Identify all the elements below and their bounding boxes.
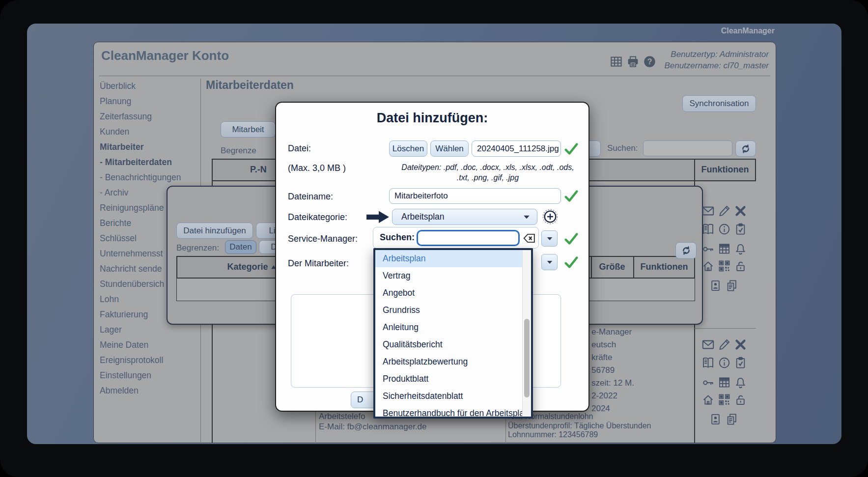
chevron-down-icon <box>522 212 532 222</box>
kategorie-select[interactable]: Arbeitsplan <box>392 209 537 225</box>
add-employee-button[interactable]: Mitarbeit <box>221 121 276 138</box>
dropdown-item-vertrag[interactable]: Vertrag <box>375 267 531 284</box>
dialog-limit-label: Begrenzen: <box>176 243 219 253</box>
dateiname-label: Dateiname: <box>288 192 333 202</box>
envelope-icon[interactable] <box>701 204 715 218</box>
refresh-button[interactable] <box>735 140 756 157</box>
dropdown-scrollbar[interactable] <box>522 250 531 417</box>
dateiname-input[interactable]: Mitarbeiterfoto <box>389 188 561 204</box>
check-icon <box>564 255 579 270</box>
sidebar-item-zeiterfassung[interactable]: Zeiterfassung <box>100 109 208 124</box>
pencil-icon[interactable] <box>718 338 731 351</box>
dialog-column-groesse[interactable]: Größe <box>591 262 633 272</box>
check-icon <box>564 231 579 246</box>
table-row-border <box>694 328 756 329</box>
dropdown-item-arbeitsplatzbewertung[interactable]: Arbeitsplatzbewertung <box>375 353 531 370</box>
table-view-icon[interactable] <box>610 55 623 68</box>
sidebar-item-mitarbeiter[interactable]: Mitarbeiter <box>100 140 208 155</box>
clipboard-icon[interactable] <box>734 223 747 236</box>
add-category-icon[interactable] <box>542 209 558 224</box>
kategorie-label: Dateikategorie: <box>288 212 347 223</box>
sidebar-item-kunden[interactable]: Kunden <box>100 124 208 140</box>
lock-icon[interactable] <box>734 393 747 406</box>
scrollbar-thumb[interactable] <box>524 319 530 397</box>
combobox-search-input[interactable] <box>417 230 520 246</box>
mitarbeiter-dropdown-button[interactable] <box>541 254 558 270</box>
employee-profile-fragment: e-Manager <box>591 327 632 337</box>
book-icon[interactable] <box>701 223 715 236</box>
dropdown-item-benutzerhandbuch-für-den-arbeitsplatz[interactable]: Benutzerhandbuch für den Arbeitsplatz <box>375 405 531 419</box>
sidebar-item-planung[interactable]: Planung <box>100 94 208 109</box>
user-type: Benutzertyp: Administrator <box>664 49 769 60</box>
idcard-icon[interactable] <box>709 279 722 292</box>
employee-email: E-Mail: fb@cleanmanager.de <box>319 422 426 432</box>
qr-icon[interactable] <box>718 259 731 273</box>
info-icon[interactable] <box>718 356 731 369</box>
screen: CleanManager CleanManager Konto Benutzer… <box>0 0 868 477</box>
pointer-arrow-icon <box>365 209 390 224</box>
home-icon[interactable] <box>701 259 715 273</box>
calc-icon[interactable] <box>718 242 731 255</box>
dialog-refresh-button[interactable] <box>675 242 697 259</box>
dropdown-item-arbeitsplan[interactable]: Arbeitsplan <box>375 250 531 267</box>
help-icon[interactable] <box>643 55 656 68</box>
dialog-toggle-daten[interactable]: Daten <box>225 240 256 254</box>
sync-button[interactable]: Synchronisation <box>682 95 756 112</box>
key-icon[interactable] <box>701 242 715 255</box>
kategorie-dropdown-list: ArbeitsplanVertragAngebotGrundrissAnleit… <box>373 248 533 419</box>
sidebar-item-abmelden[interactable]: Abmelden <box>100 383 208 398</box>
datei-label: Datei: <box>288 143 311 154</box>
dropdown-item-qualitätsbericht[interactable]: Qualitätsbericht <box>375 336 531 353</box>
dialog-column-funktionen: Funktionen <box>633 262 695 272</box>
pencil-icon[interactable] <box>718 204 731 218</box>
print-icon[interactable] <box>626 55 640 68</box>
max-size-label: (Max. 3,0 MB ) <box>288 163 346 173</box>
xmark-icon[interactable] <box>734 204 747 218</box>
home-icon[interactable] <box>701 393 715 406</box>
docs-icon[interactable] <box>725 413 738 426</box>
sidebar-item-ereignisprotokoll[interactable]: Ereignisprotokoll <box>100 353 208 368</box>
employee-profile-fragment: 2024 <box>591 404 610 414</box>
sidebar-item-einstellungen[interactable]: Einstellungen <box>100 368 208 383</box>
search-input[interactable] <box>643 140 732 156</box>
sidebar-item-überblick[interactable]: Überblick <box>100 79 208 94</box>
service-manager-dropdown-button[interactable] <box>541 230 558 247</box>
qr-icon[interactable] <box>718 393 731 406</box>
choose-file-button[interactable]: Wählen <box>430 140 469 157</box>
key-icon[interactable] <box>701 376 715 389</box>
employee-profile-fragment: kräfte <box>591 353 613 363</box>
section-heading: Mitarbeiterdaten <box>206 79 294 92</box>
info-icon[interactable] <box>718 223 731 236</box>
dropdown-item-sicherheitsdatenblatt[interactable]: Sicherheitsdatenblatt <box>375 388 531 405</box>
filename-display: 20240405_111258.jpg <box>472 140 561 157</box>
clipboard-icon[interactable] <box>734 356 747 369</box>
lock-icon[interactable] <box>734 259 747 273</box>
bell-icon[interactable] <box>734 242 747 255</box>
employee-profile-fragment: szeit: 12 M. <box>591 378 634 388</box>
header-divider <box>99 76 770 76</box>
dropdown-item-produktblatt[interactable]: Produktblatt <box>375 370 531 388</box>
filetypes-line1: Dateitypen: .pdf, .doc, .docx, .xls, .xl… <box>387 162 589 172</box>
xmark-icon[interactable] <box>734 338 747 351</box>
docs-icon[interactable] <box>725 279 738 292</box>
idcard-icon[interactable] <box>709 413 722 426</box>
book-icon[interactable] <box>701 356 715 369</box>
mitarbeiter-label: Der Mitarbeiter: <box>288 258 349 269</box>
limit-label: Begrenze <box>221 146 256 156</box>
sidebar-item-meine-daten[interactable]: Meine Daten <box>100 337 208 353</box>
clear-input-icon[interactable] <box>522 232 536 245</box>
sidebar-item-benachrichtigungen[interactable]: - Benachrichtigungen <box>100 170 208 185</box>
dropdown-items: ArbeitsplanVertragAngebotGrundrissAnleit… <box>375 250 531 419</box>
sidebar-item-mitarbeiterdaten[interactable]: - Mitarbeiterdaten <box>100 155 208 170</box>
dropdown-item-anleitung[interactable]: Anleitung <box>375 319 531 336</box>
calc-icon[interactable] <box>718 376 731 389</box>
dropdown-item-grundriss[interactable]: Grundriss <box>375 302 531 319</box>
dialog-add-file-button[interactable]: Datei hinzufügen <box>176 223 253 239</box>
bell-icon[interactable] <box>734 376 747 389</box>
service-manager-label: Service-Manager: <box>288 234 358 244</box>
search-label: Suchen: <box>607 143 638 153</box>
filter-dropdown-edge[interactable] <box>588 140 601 157</box>
dropdown-item-angebot[interactable]: Angebot <box>375 284 531 302</box>
delete-file-button[interactable]: Löschen <box>389 140 427 157</box>
envelope-icon[interactable] <box>701 338 715 351</box>
